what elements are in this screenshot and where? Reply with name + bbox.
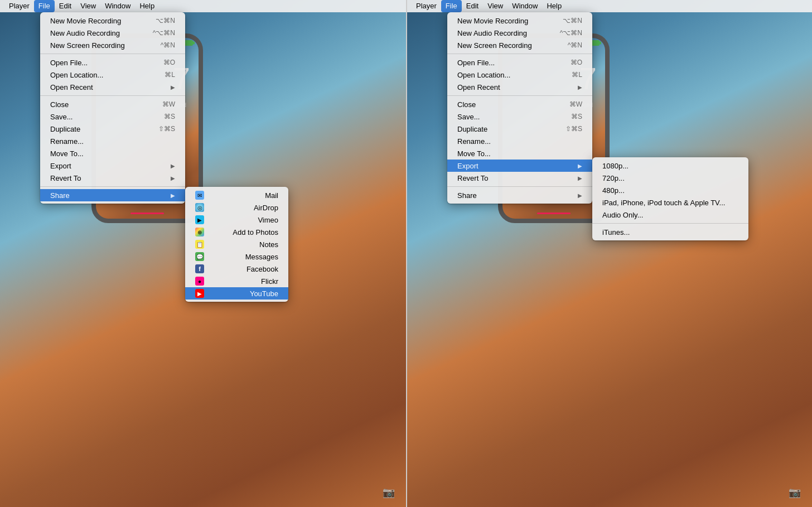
menu-close-right[interactable]: Close ⌘W bbox=[447, 98, 592, 110]
menu-new-audio-left[interactable]: New Audio Recording ^⌥⌘N bbox=[40, 27, 185, 39]
menu-open-recent-right[interactable]: Open Recent ▶ bbox=[447, 81, 592, 93]
menu-moveto-left[interactable]: Move To... bbox=[40, 147, 185, 160]
menu-open-recent-left[interactable]: Open Recent ▶ bbox=[40, 81, 185, 93]
menubar-file-left[interactable]: File bbox=[34, 0, 55, 12]
separator-3-right bbox=[447, 186, 592, 187]
menu-save-right[interactable]: Save... ⌘S bbox=[447, 110, 592, 123]
menu-moveto-right[interactable]: Move To... bbox=[447, 147, 592, 160]
menubar-help-right[interactable]: Help bbox=[542, 0, 566, 12]
iphone-bar-right bbox=[537, 213, 571, 214]
menu-export-left[interactable]: Export ▶ bbox=[40, 160, 185, 172]
menubar-window-left[interactable]: Window bbox=[100, 0, 135, 12]
menu-share-left[interactable]: Share ▶ ✉ Mail ◎ AirDrop ▶ Vimeo bbox=[40, 189, 185, 201]
chevron-right-icon: ▶ bbox=[171, 192, 175, 199]
menubar-right: Player File Edit View Window Help bbox=[407, 0, 812, 12]
chevron-right-icon: ▶ bbox=[171, 84, 175, 90]
chevron-right-icon: ▶ bbox=[578, 84, 582, 90]
menu-revertto-right[interactable]: Revert To ▶ bbox=[447, 172, 592, 184]
share-notes-left[interactable]: 📋 Notes bbox=[185, 238, 288, 250]
export-separator bbox=[592, 223, 748, 224]
chevron-right-icon: ▶ bbox=[171, 163, 175, 169]
iphone-bar-left bbox=[130, 213, 164, 214]
menu-new-movie-left[interactable]: New Movie Recording ⌥⌘N bbox=[40, 15, 185, 27]
share-airdrop-left[interactable]: ◎ AirDrop bbox=[185, 201, 288, 214]
separator-1-left bbox=[40, 54, 185, 54]
share-messages-left[interactable]: 💬 Messages bbox=[185, 250, 288, 263]
menu-open-location-right[interactable]: Open Location... ⌘L bbox=[447, 69, 592, 81]
separator-1-right bbox=[447, 54, 592, 54]
camera-icon-left: 📷 bbox=[383, 486, 395, 499]
export-480p[interactable]: 480p... bbox=[592, 184, 748, 196]
menu-open-file-left[interactable]: Open File... ⌘O bbox=[40, 56, 185, 69]
menu-new-movie-right[interactable]: New Movie Recording ⌥⌘N bbox=[447, 15, 592, 27]
menu-new-audio-right[interactable]: New Audio Recording ^⌥⌘N bbox=[447, 27, 592, 39]
menubar-view-left[interactable]: View bbox=[76, 0, 100, 12]
separator-2-left bbox=[40, 95, 185, 96]
menu-new-screen-left[interactable]: New Screen Recording ^⌘N bbox=[40, 39, 185, 51]
menu-duplicate-right[interactable]: Duplicate ⇧⌘S bbox=[447, 123, 592, 135]
file-dropdown-left: New Movie Recording ⌥⌘N New Audio Record… bbox=[40, 12, 185, 204]
panel-right: Player File Edit View Window Help New Mo… bbox=[406, 0, 812, 507]
menubar-left: Player File Edit View Window Help bbox=[0, 0, 406, 12]
separator-2-right bbox=[447, 95, 592, 96]
export-1080p[interactable]: 1080p... bbox=[592, 160, 748, 172]
export-ipad[interactable]: iPad, iPhone, iPod touch & Apple TV... bbox=[592, 196, 748, 209]
menubar-help-left[interactable]: Help bbox=[135, 0, 159, 12]
menu-revertto-left[interactable]: Revert To ▶ bbox=[40, 172, 185, 184]
chevron-right-icon: ▶ bbox=[578, 175, 582, 181]
export-720p[interactable]: 720p... bbox=[592, 172, 748, 184]
chevron-right-icon: ▶ bbox=[171, 175, 175, 181]
menu-open-location-left[interactable]: Open Location... ⌘L bbox=[40, 69, 185, 81]
photos-icon: ⊕ bbox=[195, 228, 204, 236]
menu-save-left[interactable]: Save... ⌘S bbox=[40, 110, 185, 123]
share-photos-left[interactable]: ⊕ Add to Photos bbox=[185, 226, 288, 238]
menu-new-screen-right[interactable]: New Screen Recording ^⌘N bbox=[447, 39, 592, 51]
airdrop-icon: ◎ bbox=[195, 203, 204, 212]
camera-icon-right: 📷 bbox=[789, 486, 801, 499]
menu-close-left[interactable]: Close ⌘W bbox=[40, 98, 185, 110]
messages-icon: 💬 bbox=[195, 252, 204, 261]
menu-rename-left[interactable]: Rename... bbox=[40, 135, 185, 147]
chevron-right-icon: ▶ bbox=[578, 163, 582, 169]
share-youtube-left[interactable]: ▶ YouTube bbox=[185, 287, 288, 300]
menu-duplicate-left[interactable]: Duplicate ⇧⌘S bbox=[40, 123, 185, 135]
export-audio[interactable]: Audio Only... bbox=[592, 209, 748, 221]
panel-left: Player File Edit View Window Help New Mo… bbox=[0, 0, 406, 507]
file-dropdown-right: New Movie Recording ⌥⌘N New Audio Record… bbox=[447, 12, 592, 204]
share-mail-left[interactable]: ✉ Mail bbox=[185, 189, 288, 201]
menubar-edit-right[interactable]: Edit bbox=[462, 0, 483, 12]
menu-rename-right[interactable]: Rename... bbox=[447, 135, 592, 147]
separator-3-left bbox=[40, 186, 185, 187]
mail-icon: ✉ bbox=[195, 191, 204, 200]
menubar-view-right[interactable]: View bbox=[483, 0, 508, 12]
share-facebook-left[interactable]: f Facebook bbox=[185, 263, 288, 275]
menubar-edit-left[interactable]: Edit bbox=[55, 0, 76, 12]
menu-open-file-right[interactable]: Open File... ⌘O bbox=[447, 56, 592, 69]
export-submenu-right: 1080p... 720p... 480p... iPad, iPhone, i… bbox=[592, 157, 748, 240]
youtube-icon: ▶ bbox=[195, 289, 204, 298]
menubar-player-right[interactable]: Player bbox=[412, 0, 441, 12]
facebook-icon: f bbox=[195, 264, 204, 273]
share-flickr-left[interactable]: ● Flickr bbox=[185, 275, 288, 287]
flickr-icon: ● bbox=[195, 277, 204, 286]
menu-export-right[interactable]: Export ▶ 1080p... 720p... 480p... iPad, … bbox=[447, 160, 592, 172]
chevron-right-icon: ▶ bbox=[578, 192, 582, 199]
share-vimeo-left[interactable]: ▶ Vimeo bbox=[185, 214, 288, 226]
menu-share-right[interactable]: Share ▶ bbox=[447, 189, 592, 201]
vimeo-icon: ▶ bbox=[195, 215, 204, 224]
main-panels: Player File Edit View Window Help New Mo… bbox=[0, 0, 812, 507]
share-submenu-left: ✉ Mail ◎ AirDrop ▶ Vimeo ⊕ Add to Photos bbox=[185, 187, 288, 302]
notes-icon: 📋 bbox=[195, 240, 204, 249]
menubar-file-right[interactable]: File bbox=[441, 0, 462, 12]
export-itunes[interactable]: iTunes... bbox=[592, 226, 748, 238]
menubar-player-left[interactable]: Player bbox=[4, 0, 34, 12]
menubar-window-right[interactable]: Window bbox=[508, 0, 542, 12]
